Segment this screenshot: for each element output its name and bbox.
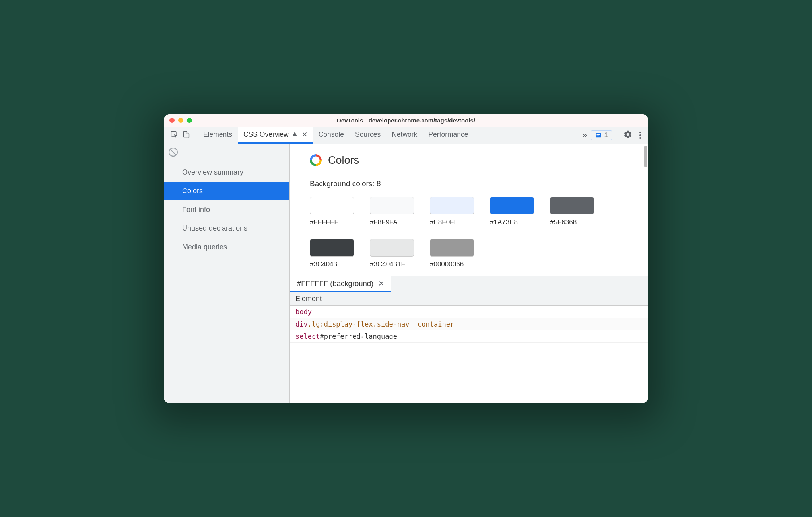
color-swatch[interactable]: #FFFFFF <box>310 197 354 226</box>
swatch-chip <box>430 197 474 214</box>
tab-console[interactable]: Console <box>313 127 350 144</box>
element-row[interactable]: div.lg:display-flex.side-nav__container <box>290 318 648 330</box>
section-title: Colors <box>328 154 359 167</box>
tab-sources[interactable]: Sources <box>350 127 386 144</box>
devtools-window: DevTools - developer.chrome.com/tags/dev… <box>164 114 648 403</box>
tab-label: CSS Overview <box>243 130 289 139</box>
swatch-label: #E8F0FE <box>430 218 474 226</box>
titlebar: DevTools - developer.chrome.com/tags/dev… <box>164 114 648 127</box>
sidebar-item-colors[interactable]: Colors <box>164 182 289 200</box>
color-swatch[interactable]: #3C4043 <box>310 239 354 268</box>
main-toolbar: ElementsCSS Overview✕ConsoleSourcesNetwo… <box>164 127 648 144</box>
device-toggle-icon[interactable] <box>182 130 190 140</box>
settings-icon[interactable] <box>624 130 632 141</box>
tab-label: Console <box>319 130 344 139</box>
section-header: Colors <box>310 154 633 167</box>
swatch-chip <box>370 197 414 214</box>
swatch-chip <box>310 239 354 257</box>
color-swatch[interactable]: #5F6368 <box>550 197 594 226</box>
color-swatch[interactable]: #E8F0FE <box>430 197 474 226</box>
colors-ring-icon <box>310 154 322 166</box>
scrollbar-thumb[interactable] <box>644 146 647 167</box>
swatch-label: #F8F9FA <box>370 218 414 226</box>
swatch-grid: #FFFFFF#F8F9FA#E8F0FE#1A73E8#5F6368#3C40… <box>310 197 633 268</box>
details-tabs: #FFFFFF (background) ✕ <box>290 276 648 292</box>
swatch-label: #3C4043 <box>310 260 354 268</box>
sidebar-item-overview-summary[interactable]: Overview summary <box>164 163 289 182</box>
token-tag: div <box>295 320 308 328</box>
element-rows: bodydiv.lg:display-flex.side-nav__contai… <box>290 306 648 343</box>
tab-network[interactable]: Network <box>386 127 423 144</box>
sidebar-item-font-info[interactable]: Font info <box>164 200 289 219</box>
element-row[interactable]: select#preferred-language <box>290 330 648 343</box>
close-icon[interactable]: ✕ <box>378 279 384 288</box>
sidebar: Overview summaryColorsFont infoUnused de… <box>164 144 290 403</box>
color-swatch[interactable]: #3C40431F <box>370 239 414 268</box>
svg-rect-4 <box>596 134 600 135</box>
swatch-chip <box>370 239 414 257</box>
token-tag: select <box>295 332 320 340</box>
swatch-chip <box>310 197 354 214</box>
swatch-chip <box>550 197 594 214</box>
details-panel: #FFFFFF (background) ✕ Element bodydiv.l… <box>290 276 648 343</box>
tab-label: Network <box>392 130 417 139</box>
panel-body: Overview summaryColorsFont infoUnused de… <box>164 144 648 403</box>
sidebar-item-media-queries[interactable]: Media queries <box>164 238 289 257</box>
token-id: #preferred-language <box>320 332 397 340</box>
details-tab-label: #FFFFFF (background) <box>297 279 373 288</box>
main-panel: Colors Background colors: 8 #FFFFFF#F8F9… <box>290 144 648 403</box>
window-title: DevTools - developer.chrome.com/tags/dev… <box>164 117 648 124</box>
svg-rect-5 <box>596 136 599 136</box>
color-swatch[interactable]: #F8F9FA <box>370 197 414 226</box>
tab-performance[interactable]: Performance <box>423 127 474 144</box>
close-icon[interactable]: ✕ <box>302 131 307 138</box>
element-row[interactable]: body <box>290 306 648 318</box>
window-minimize-button[interactable] <box>178 118 183 123</box>
tab-css-overview[interactable]: CSS Overview✕ <box>238 127 313 144</box>
inspect-element-icon[interactable] <box>170 130 178 140</box>
swatch-chip <box>430 239 474 257</box>
tab-label: Performance <box>428 130 468 139</box>
color-swatch[interactable]: #00000066 <box>430 239 474 268</box>
sidebar-item-unused-declarations[interactable]: Unused declarations <box>164 219 289 238</box>
swatch-chip <box>490 197 534 214</box>
colors-section: Colors Background colors: 8 #FFFFFF#F8F9… <box>290 144 648 276</box>
window-close-button[interactable] <box>169 118 175 123</box>
more-tabs-icon[interactable]: » <box>582 130 585 140</box>
table-column-header: Element <box>290 292 648 306</box>
window-maximize-button[interactable] <box>187 118 192 123</box>
sidebar-items: Overview summaryColorsFont infoUnused de… <box>164 161 289 257</box>
background-colors-label: Background colors: 8 <box>310 179 633 188</box>
swatch-label: #3C40431F <box>370 260 414 268</box>
more-menu-icon[interactable] <box>638 132 643 139</box>
tab-label: Sources <box>355 130 381 139</box>
issues-badge[interactable]: 1 <box>591 130 612 140</box>
swatch-label: #5F6368 <box>550 218 594 226</box>
clear-icon[interactable] <box>169 148 178 157</box>
color-swatch[interactable]: #1A73E8 <box>490 197 534 226</box>
toolbar-right: » 1 <box>582 127 646 144</box>
issues-count: 1 <box>604 131 608 139</box>
sidebar-header <box>164 144 289 161</box>
tab-label: Elements <box>203 130 232 139</box>
token-class: .lg:display-flex.side-nav__container <box>308 320 454 328</box>
svg-rect-2 <box>186 133 189 138</box>
issues-icon <box>595 132 602 139</box>
details-tab[interactable]: #FFFFFF (background) ✕ <box>290 276 391 292</box>
toolbar-leading-icons <box>166 127 194 144</box>
swatch-label: #1A73E8 <box>490 218 534 226</box>
swatch-label: #00000066 <box>430 260 474 268</box>
svg-rect-3 <box>596 133 601 138</box>
tab-elements[interactable]: Elements <box>198 127 238 144</box>
divider <box>618 131 618 140</box>
token-tag: body <box>295 308 312 316</box>
swatch-label: #FFFFFF <box>310 218 354 226</box>
experiment-flask-icon <box>292 130 298 139</box>
window-controls <box>169 118 192 123</box>
panel-tabs: ElementsCSS Overview✕ConsoleSourcesNetwo… <box>198 127 474 144</box>
